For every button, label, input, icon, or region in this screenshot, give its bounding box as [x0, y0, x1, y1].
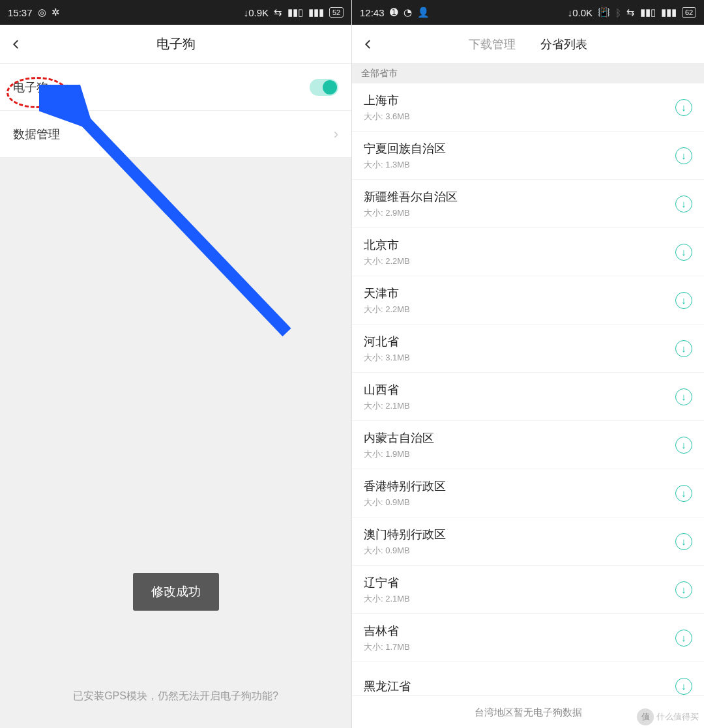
watermark-badge: 值 — [637, 708, 654, 725]
province-row[interactable]: 宁夏回族自治区大小: 1.3MB↓ — [352, 132, 704, 180]
province-size: 大小: 1.3MB — [364, 159, 446, 171]
battery-icon: 62 — [682, 7, 696, 18]
download-icon[interactable]: ↓ — [675, 485, 692, 502]
province-row[interactable]: 黑龙江省↓ — [352, 662, 704, 695]
wifi-icon: ⇆ — [626, 7, 635, 18]
province-size: 大小: 3.1MB — [364, 352, 410, 364]
setting-row-edog[interactable]: 电子狗 — [0, 64, 351, 111]
province-size: 大小: 3.6MB — [364, 111, 410, 123]
phone-right: 12:43 ➊ ◔ 👤 ↓0.0K 📳 ᛒ ⇆ ▮▮▯ ▮▮▮ 62 下载管理 … — [352, 0, 704, 728]
province-size: 大小: 2.1MB — [364, 593, 410, 605]
chevron-right-icon: › — [334, 126, 338, 143]
signal-icon: ▮▮▯ — [640, 7, 656, 18]
province-size: 大小: 1.9MB — [364, 448, 434, 460]
download-icon[interactable]: ↓ — [675, 388, 692, 405]
toggle-switch[interactable] — [310, 79, 338, 96]
status-icon: ◎ — [38, 7, 46, 18]
navbar: 电子狗 — [0, 25, 351, 64]
province-name: 辽宁省 — [364, 575, 410, 590]
phone-left: 15:37 ◎ ✲ ↓0.9K ⇆ ▮▮▯ ▮▮▮ 52 电子狗 电子狗 数据管… — [0, 0, 352, 728]
setting-row-data[interactable]: 数据管理 › — [0, 111, 351, 158]
bottom-note-text: 台湾地区暂无电子狗数据 — [475, 706, 582, 719]
signal-icon: ▮▮▯ — [287, 7, 303, 18]
wifi-icon: ⇆ — [274, 7, 282, 18]
province-name: 吉林省 — [364, 623, 410, 639]
province-size: 大小: 2.1MB — [364, 400, 410, 412]
province-size: 大小: 0.9MB — [364, 545, 446, 557]
province-name: 香港特别行政区 — [364, 478, 446, 494]
tab-downloads[interactable]: 下载管理 — [469, 36, 516, 52]
watermark: 值 什么值得买 — [637, 708, 699, 725]
section-header: 全部省市 — [352, 64, 704, 83]
bottom-note: 台湾地区暂无电子狗数据 值 什么值得买 — [352, 695, 704, 728]
toast: 修改成功 — [133, 573, 219, 611]
back-button[interactable] — [0, 25, 33, 64]
province-name: 北京市 — [364, 237, 410, 253]
province-row[interactable]: 辽宁省大小: 2.1MB↓ — [352, 566, 704, 614]
province-row[interactable]: 上海市大小: 3.6MB↓ — [352, 83, 704, 132]
province-name: 山西省 — [364, 382, 410, 398]
province-name: 上海市 — [364, 93, 410, 108]
province-name: 黑龙江省 — [364, 678, 411, 694]
download-icon[interactable]: ↓ — [675, 340, 692, 357]
setting-label: 电子狗 — [13, 80, 48, 95]
navbar: 下载管理 分省列表 — [352, 25, 704, 64]
download-icon[interactable]: ↓ — [675, 581, 692, 598]
vibrate-icon: 📳 — [598, 7, 610, 18]
status-bar: 15:37 ◎ ✲ ↓0.9K ⇆ ▮▮▯ ▮▮▮ 52 — [0, 0, 351, 25]
province-row[interactable]: 天津市大小: 2.2MB↓ — [352, 276, 704, 325]
signal-icon: ▮▮▮ — [661, 7, 677, 18]
setting-label: 数据管理 — [13, 126, 60, 142]
download-icon[interactable]: ↓ — [675, 244, 692, 261]
back-button[interactable] — [352, 25, 385, 64]
download-icon[interactable]: ↓ — [675, 533, 692, 550]
status-icon: 👤 — [417, 7, 430, 18]
province-row[interactable]: 新疆维吾尔自治区大小: 2.9MB↓ — [352, 180, 704, 228]
province-row[interactable]: 北京市大小: 2.2MB↓ — [352, 228, 704, 276]
province-row[interactable]: 山西省大小: 2.1MB↓ — [352, 373, 704, 421]
status-icon: ➊ — [390, 7, 398, 18]
download-icon[interactable]: ↓ — [675, 147, 692, 164]
page-title: 电子狗 — [0, 35, 351, 53]
province-row[interactable]: 吉林省大小: 1.7MB↓ — [352, 614, 704, 662]
province-row[interactable]: 澳门特别行政区大小: 0.9MB↓ — [352, 517, 704, 566]
province-name: 天津市 — [364, 285, 410, 301]
province-name: 澳门特别行政区 — [364, 527, 446, 542]
battery-icon: 52 — [329, 7, 344, 18]
download-icon[interactable]: ↓ — [675, 196, 692, 212]
province-name: 新疆维吾尔自治区 — [364, 189, 458, 205]
province-size: 大小: 2.2MB — [364, 304, 410, 315]
status-bar: 12:43 ➊ ◔ 👤 ↓0.0K 📳 ᛒ ⇆ ▮▮▯ ▮▮▮ 62 — [352, 0, 704, 25]
province-size: 大小: 0.9MB — [364, 497, 446, 508]
watermark-text: 什么值得买 — [656, 711, 699, 723]
province-size: 大小: 2.2MB — [364, 255, 410, 267]
province-size: 大小: 1.7MB — [364, 641, 410, 653]
download-icon[interactable]: ↓ — [675, 630, 692, 647]
status-icon: ◔ — [403, 7, 412, 18]
footer-help-link[interactable]: 已安装GPS模块，仍然无法开启电子狗功能? — [0, 690, 351, 703]
status-time: 12:43 — [360, 7, 385, 18]
province-name: 河北省 — [364, 334, 410, 349]
province-row[interactable]: 香港特别行政区大小: 0.9MB↓ — [352, 469, 704, 517]
bluetooth-icon: ᛒ — [615, 7, 621, 18]
tab-provinces[interactable]: 分省列表 — [540, 36, 587, 52]
status-icon: ✲ — [51, 7, 60, 18]
download-icon[interactable]: ↓ — [675, 292, 692, 309]
download-icon[interactable]: ↓ — [675, 678, 692, 695]
signal-icon: ▮▮▮ — [308, 7, 324, 18]
download-icon[interactable]: ↓ — [675, 437, 692, 454]
province-list[interactable]: 上海市大小: 3.6MB↓宁夏回族自治区大小: 1.3MB↓新疆维吾尔自治区大小… — [352, 83, 704, 695]
status-time: 15:37 — [8, 7, 33, 18]
province-name: 宁夏回族自治区 — [364, 141, 446, 156]
status-net: ↓0.9K — [244, 7, 269, 18]
download-icon[interactable]: ↓ — [675, 99, 692, 116]
province-name: 内蒙古自治区 — [364, 430, 434, 446]
province-row[interactable]: 河北省大小: 3.1MB↓ — [352, 325, 704, 373]
status-net: ↓0.0K — [568, 7, 593, 18]
province-row[interactable]: 内蒙古自治区大小: 1.9MB↓ — [352, 421, 704, 469]
province-size: 大小: 2.9MB — [364, 207, 458, 219]
